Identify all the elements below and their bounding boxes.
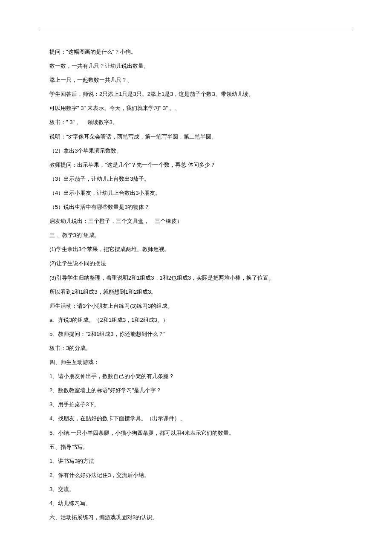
document-content: 提问："这幅图画的是什么"？小狗。 数一数，一共有几只？让幼儿说出数量。 添上一… — [38, 47, 354, 522]
text-line: 所以看到2和1组成3，就能想到1和2组成3。 — [38, 287, 354, 297]
text-line: 可以用数字" 3" 来表示。今天，我们就来学习" 3" 。、 — [38, 104, 354, 113]
text-line: (2)让学生说不同的摆法 — [38, 259, 354, 268]
text-line: 添上一只，一起数数一共几只？、 — [38, 75, 354, 85]
text-line: (1)学生拿出3个苹果，把它摆成两堆。教师巡视。 — [38, 245, 354, 254]
text-line: 四、师生互动游戏： — [38, 358, 354, 367]
text-line: 板书：" 3" 。 领读数字3。 — [38, 118, 354, 127]
text-line: 说明："3"字像耳朵会听话，两笔写成，第一笔写半圆，第二笔半圆。 — [38, 132, 354, 142]
text-line: 三 、教学3的`组成。 — [38, 231, 354, 240]
text-line: （3）出示茄子，让幼儿上台数出3茄子。 — [38, 174, 354, 184]
text-line: 师生活动：请3个小朋友上台练习(3)练习3的组成。 — [38, 301, 354, 311]
text-line: 六、活动拓展练习，编游戏巩固对3的认识。 — [38, 513, 354, 522]
text-line: 2、你有什么好办法记住3，交流后小结。 — [38, 471, 354, 480]
text-line: 数一数，一共有几只？让幼儿说出数量。 — [38, 61, 354, 71]
text-line: 板书：3的分成。 — [38, 344, 354, 353]
text-line: 2、数数教室墙上的标语"好好学习"是几个字？ — [38, 386, 354, 395]
text-line: 3、用手拍桌子3下。 — [38, 400, 354, 409]
text-line: 3、交流。 — [38, 485, 354, 494]
text-line: 启发幼儿说出：三个橙子，三个文具盒， 三个橡皮） — [38, 217, 354, 226]
text-line: （2）拿出3个苹果演示数数。 — [38, 146, 354, 156]
document-page: 提问："这幅图画的是什么"？小狗。 数一数，一共有几只？让幼儿说出数量。 添上一… — [0, 0, 392, 555]
text-line: (3)引导学生归纳整理，着重说明2和1组成3，1和2也组成3，实际是把两堆小棒，… — [38, 273, 354, 283]
text-line: 1、请小朋友伸出手，数数自己的小凳的有几条腿？ — [38, 372, 354, 381]
text-line: 4、找朋友，在贴好的数卡下面摆学具。（出示课件）、 — [38, 414, 354, 423]
text-line: b、教师提问："2和1组成3，你还能想到什么？" — [38, 330, 354, 339]
text-line: 五、指导书写。 — [38, 442, 354, 452]
text-line: a、齐说3的组成。（2和1组成3，1和2组成3。） — [38, 315, 354, 325]
text-line: 教师提问：出示苹果，"这是几个"？先一个一个数，再总 体问多少？ — [38, 160, 354, 170]
text-line: （5）说出生活中有哪些数量是3的物体？ — [38, 202, 354, 212]
text-line: 4、幼儿练习写。 — [38, 499, 354, 508]
text-line: （4）出示小朋友，让幼儿上台数出3小朋友。 — [38, 188, 354, 198]
text-line: 1、讲书写3的方法 — [38, 457, 354, 466]
top-divider — [38, 30, 354, 30]
text-line: 提问："这幅图画的是什么"？小狗。 — [38, 47, 354, 57]
text-line: 学生回答后，师说：2只添上1只是3只。2添上1是3，这是茄子个数3。带领幼儿读。 — [38, 90, 354, 99]
text-line: 5、小结:一只小羊四条腿，小猫小狗四条腿，都可以用4来表示它们的数量。 — [38, 428, 354, 438]
